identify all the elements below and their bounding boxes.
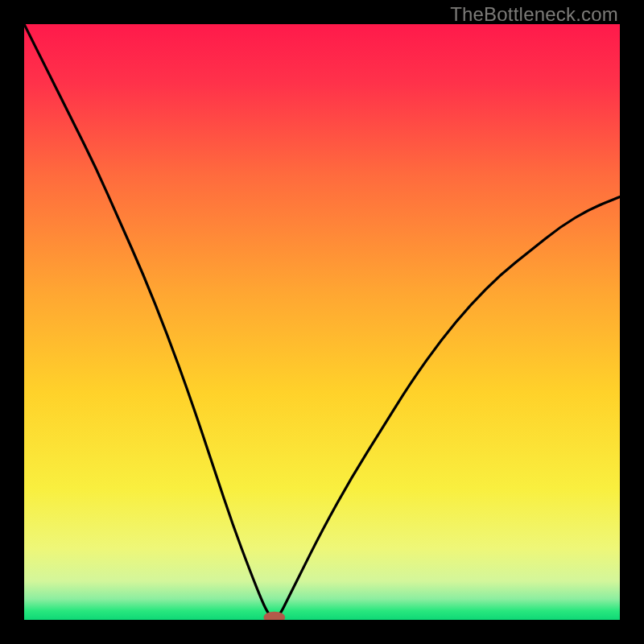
watermark-text: TheBottleneck.com xyxy=(450,3,618,26)
chart-frame xyxy=(24,24,620,620)
bottleneck-chart xyxy=(24,24,620,620)
